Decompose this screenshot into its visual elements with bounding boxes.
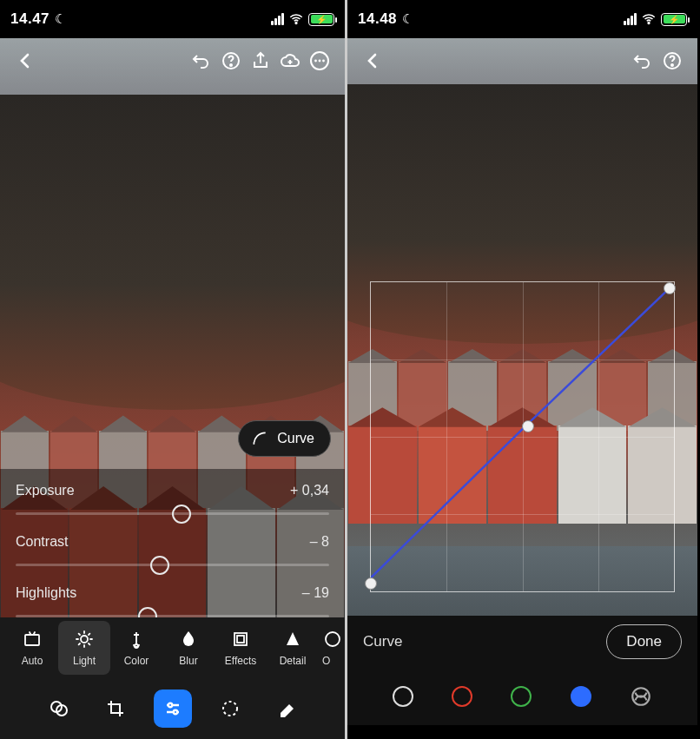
more-button[interactable] [305,46,334,76]
curve-channels [347,668,697,725]
tab-effects-label: Effects [225,655,256,667]
curve-header: Curve Done [347,616,697,668]
svg-point-19 [648,23,650,24]
tab-detail[interactable]: Detail [267,621,319,675]
tab-optics[interactable]: O [319,621,345,675]
svg-point-16 [168,703,171,707]
highlights-label: Highlights [16,585,76,601]
curve-line [371,282,674,585]
contrast-row: Contrast – 8 [16,520,329,564]
light-panel: Curve Exposure + 0,34 Contrast – 8 Highl… [0,469,345,617]
status-bar: 14.48 ☾ ⚡ [347,0,697,38]
curve-node-mid[interactable] [522,420,534,432]
undo-button[interactable] [187,46,216,76]
status-bar: 14.47 ☾ ⚡ [0,0,345,38]
contrast-label: Contrast [16,534,68,550]
tab-blur-label: Blur [179,655,197,667]
exposure-label: Exposure [16,483,75,498]
svg-rect-11 [237,636,244,643]
dnd-moon-icon: ☾ [402,11,413,27]
status-tray: ⚡ [624,11,687,27]
edit-button[interactable] [154,690,192,728]
tab-detail-label: Detail [280,655,307,667]
tab-color[interactable]: Color [110,621,162,675]
clock: 14.47 [10,10,50,28]
wifi-icon [641,11,657,27]
share-button[interactable] [246,46,275,76]
presets-button[interactable] [39,690,77,728]
cloud-add-button[interactable] [275,46,305,76]
help-button[interactable] [216,46,246,76]
wifi-icon [288,11,304,27]
help-button[interactable] [657,46,687,76]
battery-icon: ⚡ [661,13,687,26]
back-button[interactable] [10,46,40,76]
tab-auto[interactable]: Auto [6,621,58,675]
bottom-toolbar [0,678,345,739]
masking-button[interactable] [211,690,249,728]
curve-node-highlight[interactable] [664,282,676,294]
curve-panel-label: Curve [363,633,402,650]
channel-red[interactable] [452,686,472,707]
svg-rect-7 [25,635,39,645]
exposure-row: Exposure + 0,34 [16,469,329,512]
crop-button[interactable] [96,690,135,728]
curve-button-label: Curve [277,431,314,446]
svg-point-5 [319,60,321,63]
top-toolbar [0,43,345,78]
svg-point-2 [230,64,232,66]
done-button[interactable]: Done [606,624,682,659]
svg-point-8 [81,636,88,643]
exposure-slider[interactable] [16,512,329,515]
curve-grid[interactable] [370,281,675,592]
done-button-label: Done [626,633,662,650]
channel-parametric[interactable] [630,685,652,708]
healing-button[interactable] [268,690,307,728]
contrast-slider[interactable] [16,564,329,566]
back-button[interactable] [358,46,387,76]
dnd-moon-icon: ☾ [55,11,66,27]
top-toolbar [347,43,697,78]
highlights-row: Highlights – 19 [16,571,329,615]
svg-point-0 [295,23,297,24]
tab-color-label: Color [124,655,149,667]
svg-point-6 [322,60,325,63]
cellular-icon [624,13,637,25]
tab-light-label: Light [73,655,96,667]
curve-node-shadow[interactable] [365,577,377,590]
channel-luminance[interactable] [393,686,413,707]
exposure-value: + 0,34 [290,483,329,498]
svg-point-13 [326,632,340,646]
svg-point-18 [223,702,237,716]
contrast-value: – 8 [310,534,329,550]
svg-point-4 [314,60,317,63]
clock: 14.48 [358,10,397,28]
battery-icon: ⚡ [308,13,334,26]
channel-blue[interactable] [571,686,591,707]
tab-blur[interactable]: Blur [162,621,215,675]
svg-point-21 [671,64,673,66]
svg-marker-12 [287,632,299,645]
svg-point-17 [173,710,176,714]
tab-light[interactable]: Light [58,621,110,675]
tab-optics-label: O [322,655,330,667]
channel-green[interactable] [511,686,532,707]
status-tray: ⚡ [271,11,334,27]
highlights-value: – 19 [302,585,329,601]
svg-point-9 [135,644,138,648]
cellular-icon [271,13,284,25]
edit-tabs: Auto Light Color Blur Effects Detail O [0,617,345,678]
tab-auto-label: Auto [22,655,43,667]
tab-effects[interactable]: Effects [215,621,267,675]
curve-button[interactable]: Curve [238,420,331,457]
undo-button[interactable] [628,46,657,76]
